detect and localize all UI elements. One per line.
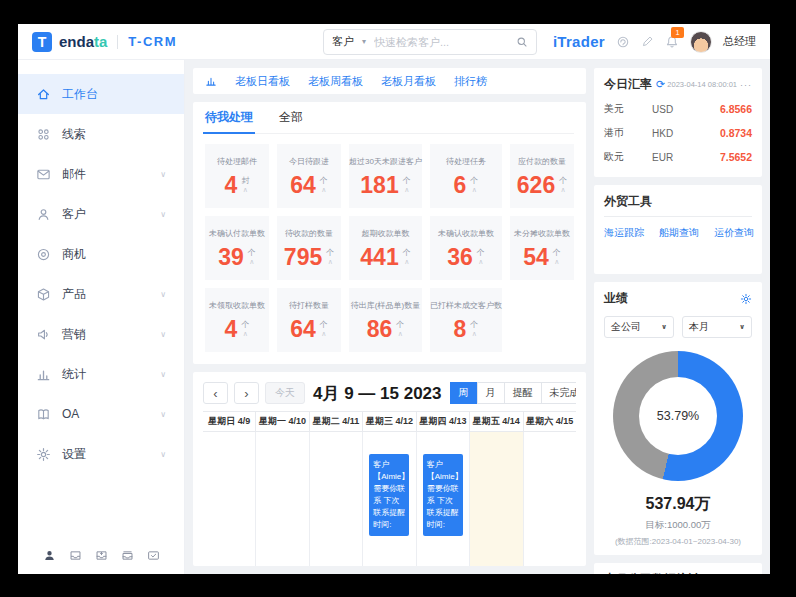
stat-card-unallocated-receipts[interactable]: 未分摊收款单数54个∧ xyxy=(510,216,574,280)
filter-reminder-button[interactable]: 提醒 xyxy=(504,382,542,404)
tab-boss-daily-board[interactable]: 老板日看板 xyxy=(235,74,290,89)
sent-mail-icon[interactable] xyxy=(147,549,160,562)
performance-amount: 537.94万 xyxy=(604,494,752,515)
sidebar-item-products[interactable]: 产品 ∨ xyxy=(18,274,184,314)
up-arrow-icon: ∧ xyxy=(321,330,326,337)
book-icon xyxy=(36,407,51,422)
brand-divider xyxy=(117,35,118,49)
stat-card-overdue-receipts[interactable]: 超期收款单数441个∧ xyxy=(349,216,422,280)
up-arrow-icon: ∧ xyxy=(554,258,559,265)
period-select[interactable]: 本月∨ xyxy=(682,316,752,338)
view-week-button[interactable]: 周 xyxy=(450,382,478,404)
sidebar-item-workbench[interactable]: 工作台 xyxy=(18,74,184,114)
outbox-icon[interactable] xyxy=(95,549,108,562)
up-arrow-icon: ∧ xyxy=(328,258,333,265)
sidebar-item-oa[interactable]: OA ∨ xyxy=(18,394,184,434)
stat-card-unclaimed-receipts[interactable]: 未领取收款单数4个∧ xyxy=(205,288,269,352)
view-month-button[interactable]: 月 xyxy=(477,382,505,404)
chevron-down-icon: ▾ xyxy=(362,37,366,46)
link-freight-rates[interactable]: 运价查询 xyxy=(714,226,754,240)
sidebar-item-settings[interactable]: 设置 ∨ xyxy=(18,434,184,474)
search-category-select[interactable]: 客户 ▾ xyxy=(324,34,374,49)
up-arrow-icon: ∧ xyxy=(249,258,254,265)
calendar-event[interactable]: 客户【Aimie】需要你联系 下次联系提醒时间: xyxy=(423,454,463,536)
avatar[interactable] xyxy=(690,31,712,53)
performance-title: 业绩 xyxy=(604,290,628,307)
drafts-icon[interactable] xyxy=(121,549,134,562)
link-sea-tracking[interactable]: 海运跟踪 xyxy=(604,226,644,240)
calendar-next-button[interactable]: › xyxy=(234,382,259,404)
stat-card-sample-outbound[interactable]: 待出库(样品单)数量86个∧ xyxy=(349,288,422,352)
stat-card-30days-no-followup[interactable]: 超过30天未跟进客户181个∧ xyxy=(349,144,422,208)
scope-select[interactable]: 全公司∨ xyxy=(604,316,674,338)
username[interactable]: 总经理 xyxy=(723,34,756,49)
calendar-day-cell[interactable] xyxy=(203,432,255,566)
calendar-day-cell[interactable]: 客户【Aimie】需要你联系 下次联系提醒时间: xyxy=(416,432,469,566)
dashboard-chart-icon xyxy=(205,75,217,87)
sidebar-item-statistics[interactable]: 统计 ∨ xyxy=(18,354,184,394)
stat-value: 795 xyxy=(284,246,322,269)
sidebar-item-opportunities[interactable]: 商机 xyxy=(18,234,184,274)
stat-card-pending-samples[interactable]: 待打样数量64个∧ xyxy=(277,288,341,352)
sidebar-item-marketing[interactable]: 营销 ∨ xyxy=(18,314,184,354)
calendar-day-cell-today[interactable] xyxy=(469,432,522,566)
stat-card-sampled-not-closed[interactable]: 已打样未成交客户数8个∧ xyxy=(430,288,502,352)
search-input[interactable] xyxy=(374,36,516,48)
exchange-rate-row: 欧元 EUR 7.5652 xyxy=(604,145,752,169)
trade-tools-card: 外贸工具 海运跟踪 船期查询 运价查询 xyxy=(594,185,762,274)
sidebar-item-mail[interactable]: 邮件 ∨ xyxy=(18,154,184,194)
calendar-title: 4月 9 — 15 2023 xyxy=(313,382,442,405)
tab-pending-mine[interactable]: 待我处理 xyxy=(205,102,253,133)
tab-boss-weekly-board[interactable]: 老板周看板 xyxy=(308,74,363,89)
calendar-day-cell[interactable] xyxy=(309,432,362,566)
exchange-rate-title: 今日汇率 xyxy=(604,76,652,93)
sidebar-footer xyxy=(18,536,184,574)
calendar-today-button[interactable]: 今天 xyxy=(265,382,305,404)
stat-value: 64 xyxy=(290,318,316,341)
refresh-icon[interactable]: ⟳ xyxy=(656,78,665,91)
stat-value: 36 xyxy=(447,246,473,269)
stat-card-pending-tasks[interactable]: 待处理任务6个∧ xyxy=(430,144,502,208)
home-icon xyxy=(36,87,51,102)
pen-icon[interactable] xyxy=(641,35,654,48)
tab-boss-monthly-board[interactable]: 老板月看板 xyxy=(381,74,436,89)
performance-settings-gear-icon[interactable] xyxy=(740,293,752,305)
sidebar-item-leads[interactable]: 线索 xyxy=(18,114,184,154)
tab-ranking[interactable]: 排行榜 xyxy=(454,74,487,89)
calendar-day-headers: 星期日 4/9 星期一 4/10 星期二 4/11 星期三 4/12 星期四 4… xyxy=(203,412,576,432)
exchange-rate-timestamp: 2023-04-14 08:00:01 xyxy=(667,80,737,89)
tab-all[interactable]: 全部 xyxy=(279,102,303,133)
stat-card-followup-today[interactable]: 今日待跟进64个∧ xyxy=(277,144,341,208)
support-icon[interactable] xyxy=(616,35,630,49)
up-arrow-icon: ∧ xyxy=(321,186,326,193)
content-area: 老板日看板 老板周看板 老板月看板 排行榜 待我处理 全部 待处理邮件4封∧ 今… xyxy=(185,60,770,574)
more-icon[interactable]: ··· xyxy=(740,80,752,90)
sidebar-item-label: OA xyxy=(62,407,79,421)
filter-incomplete-button[interactable]: 未完成 xyxy=(541,382,576,404)
stat-card-pending-receipts[interactable]: 待收款的数量795个∧ xyxy=(277,216,341,280)
inbox-icon[interactable] xyxy=(69,549,82,562)
calendar-view-buttons: 周 月 提醒 未完成 我指派的 xyxy=(450,382,576,404)
link-shipping-schedule[interactable]: 船期查询 xyxy=(659,226,699,240)
stat-card-unconfirmed-receipts[interactable]: 未确认收款单数36个∧ xyxy=(430,216,502,280)
stat-value: 54 xyxy=(523,246,549,269)
contacts-icon[interactable] xyxy=(43,549,56,562)
sidebar-item-label: 邮件 xyxy=(62,166,86,183)
calendar-day-cell[interactable] xyxy=(523,432,576,566)
itrader-logo[interactable]: iTrader xyxy=(553,33,605,50)
tendata-brand[interactable]: T endata T-CRM xyxy=(32,32,177,52)
bar-chart-icon xyxy=(36,367,51,382)
calendar-day-cell[interactable] xyxy=(255,432,308,566)
calendar-day-cell[interactable]: 客户【Aimie】需要你联系 下次联系提醒时间: xyxy=(362,432,415,566)
stat-card-pending-mails[interactable]: 待处理邮件4封∧ xyxy=(205,144,269,208)
stat-card-payables[interactable]: 应付款的数量626个∧ xyxy=(510,144,574,208)
chevron-down-icon: ∨ xyxy=(160,170,166,179)
notifications-bell-icon[interactable]: 1 xyxy=(665,35,679,49)
stat-card-unconfirmed-payments[interactable]: 未确认付款单数39个∧ xyxy=(205,216,269,280)
sidebar-item-customers[interactable]: 客户 ∨ xyxy=(18,194,184,234)
stat-value: 64 xyxy=(290,174,316,197)
calendar-event[interactable]: 客户【Aimie】需要你联系 下次联系提醒时间: xyxy=(369,454,409,536)
search-icon[interactable] xyxy=(516,36,528,48)
calendar-prev-button[interactable]: ‹ xyxy=(203,382,228,404)
exchange-rate-card: 今日汇率 ⟳ 2023-04-14 08:00:01 ··· 美元 USD 6.… xyxy=(594,68,762,177)
